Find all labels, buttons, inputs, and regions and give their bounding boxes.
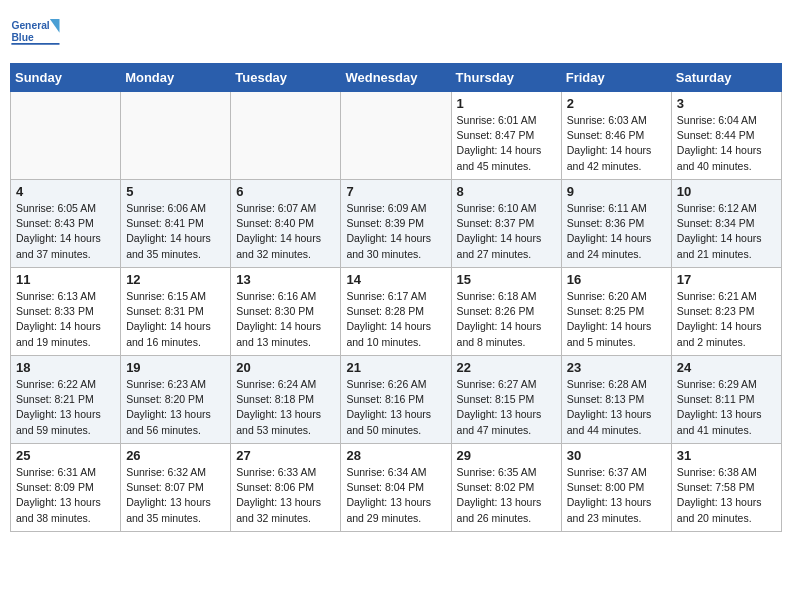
calendar-cell: 18Sunrise: 6:22 AM Sunset: 8:21 PM Dayli… bbox=[11, 356, 121, 444]
day-number: 4 bbox=[16, 184, 115, 199]
day-number: 30 bbox=[567, 448, 666, 463]
calendar-cell: 22Sunrise: 6:27 AM Sunset: 8:15 PM Dayli… bbox=[451, 356, 561, 444]
day-number: 5 bbox=[126, 184, 225, 199]
calendar-cell: 30Sunrise: 6:37 AM Sunset: 8:00 PM Dayli… bbox=[561, 444, 671, 532]
day-info: Sunrise: 6:27 AM Sunset: 8:15 PM Dayligh… bbox=[457, 377, 556, 438]
day-info: Sunrise: 6:20 AM Sunset: 8:25 PM Dayligh… bbox=[567, 289, 666, 350]
day-info: Sunrise: 6:37 AM Sunset: 8:00 PM Dayligh… bbox=[567, 465, 666, 526]
day-info: Sunrise: 6:35 AM Sunset: 8:02 PM Dayligh… bbox=[457, 465, 556, 526]
calendar-cell: 23Sunrise: 6:28 AM Sunset: 8:13 PM Dayli… bbox=[561, 356, 671, 444]
day-info: Sunrise: 6:03 AM Sunset: 8:46 PM Dayligh… bbox=[567, 113, 666, 174]
calendar-cell: 28Sunrise: 6:34 AM Sunset: 8:04 PM Dayli… bbox=[341, 444, 451, 532]
day-info: Sunrise: 6:15 AM Sunset: 8:31 PM Dayligh… bbox=[126, 289, 225, 350]
calendar-cell: 10Sunrise: 6:12 AM Sunset: 8:34 PM Dayli… bbox=[671, 180, 781, 268]
day-number: 1 bbox=[457, 96, 556, 111]
day-info: Sunrise: 6:28 AM Sunset: 8:13 PM Dayligh… bbox=[567, 377, 666, 438]
calendar-cell: 4Sunrise: 6:05 AM Sunset: 8:43 PM Daylig… bbox=[11, 180, 121, 268]
svg-marker-1 bbox=[50, 19, 60, 33]
calendar-cell: 5Sunrise: 6:06 AM Sunset: 8:41 PM Daylig… bbox=[121, 180, 231, 268]
day-number: 23 bbox=[567, 360, 666, 375]
calendar-cell: 6Sunrise: 6:07 AM Sunset: 8:40 PM Daylig… bbox=[231, 180, 341, 268]
calendar-cell bbox=[121, 92, 231, 180]
day-header-tuesday: Tuesday bbox=[231, 64, 341, 92]
calendar-cell: 12Sunrise: 6:15 AM Sunset: 8:31 PM Dayli… bbox=[121, 268, 231, 356]
day-info: Sunrise: 6:33 AM Sunset: 8:06 PM Dayligh… bbox=[236, 465, 335, 526]
day-number: 27 bbox=[236, 448, 335, 463]
calendar-cell: 13Sunrise: 6:16 AM Sunset: 8:30 PM Dayli… bbox=[231, 268, 341, 356]
day-info: Sunrise: 6:07 AM Sunset: 8:40 PM Dayligh… bbox=[236, 201, 335, 262]
calendar-cell: 16Sunrise: 6:20 AM Sunset: 8:25 PM Dayli… bbox=[561, 268, 671, 356]
day-number: 10 bbox=[677, 184, 776, 199]
calendar-cell: 21Sunrise: 6:26 AM Sunset: 8:16 PM Dayli… bbox=[341, 356, 451, 444]
calendar-week-row: 25Sunrise: 6:31 AM Sunset: 8:09 PM Dayli… bbox=[11, 444, 782, 532]
day-info: Sunrise: 6:26 AM Sunset: 8:16 PM Dayligh… bbox=[346, 377, 445, 438]
day-number: 19 bbox=[126, 360, 225, 375]
day-number: 6 bbox=[236, 184, 335, 199]
day-info: Sunrise: 6:29 AM Sunset: 8:11 PM Dayligh… bbox=[677, 377, 776, 438]
logo-svg: General Blue bbox=[10, 10, 65, 55]
calendar-cell: 15Sunrise: 6:18 AM Sunset: 8:26 PM Dayli… bbox=[451, 268, 561, 356]
day-info: Sunrise: 6:13 AM Sunset: 8:33 PM Dayligh… bbox=[16, 289, 115, 350]
day-number: 31 bbox=[677, 448, 776, 463]
calendar-table: SundayMondayTuesdayWednesdayThursdayFrid… bbox=[10, 63, 782, 532]
day-number: 11 bbox=[16, 272, 115, 287]
day-header-thursday: Thursday bbox=[451, 64, 561, 92]
day-number: 12 bbox=[126, 272, 225, 287]
day-number: 21 bbox=[346, 360, 445, 375]
day-number: 2 bbox=[567, 96, 666, 111]
day-number: 22 bbox=[457, 360, 556, 375]
calendar-cell: 31Sunrise: 6:38 AM Sunset: 7:58 PM Dayli… bbox=[671, 444, 781, 532]
calendar-cell: 20Sunrise: 6:24 AM Sunset: 8:18 PM Dayli… bbox=[231, 356, 341, 444]
calendar-cell: 14Sunrise: 6:17 AM Sunset: 8:28 PM Dayli… bbox=[341, 268, 451, 356]
calendar-week-row: 4Sunrise: 6:05 AM Sunset: 8:43 PM Daylig… bbox=[11, 180, 782, 268]
day-number: 20 bbox=[236, 360, 335, 375]
day-info: Sunrise: 6:38 AM Sunset: 7:58 PM Dayligh… bbox=[677, 465, 776, 526]
calendar-cell: 2Sunrise: 6:03 AM Sunset: 8:46 PM Daylig… bbox=[561, 92, 671, 180]
day-number: 8 bbox=[457, 184, 556, 199]
day-info: Sunrise: 6:21 AM Sunset: 8:23 PM Dayligh… bbox=[677, 289, 776, 350]
day-info: Sunrise: 6:04 AM Sunset: 8:44 PM Dayligh… bbox=[677, 113, 776, 174]
day-header-friday: Friday bbox=[561, 64, 671, 92]
day-info: Sunrise: 6:32 AM Sunset: 8:07 PM Dayligh… bbox=[126, 465, 225, 526]
day-info: Sunrise: 6:23 AM Sunset: 8:20 PM Dayligh… bbox=[126, 377, 225, 438]
day-info: Sunrise: 6:34 AM Sunset: 8:04 PM Dayligh… bbox=[346, 465, 445, 526]
day-info: Sunrise: 6:12 AM Sunset: 8:34 PM Dayligh… bbox=[677, 201, 776, 262]
svg-text:Blue: Blue bbox=[11, 32, 34, 43]
calendar-cell bbox=[11, 92, 121, 180]
day-info: Sunrise: 6:22 AM Sunset: 8:21 PM Dayligh… bbox=[16, 377, 115, 438]
day-number: 28 bbox=[346, 448, 445, 463]
day-number: 24 bbox=[677, 360, 776, 375]
day-header-sunday: Sunday bbox=[11, 64, 121, 92]
day-info: Sunrise: 6:05 AM Sunset: 8:43 PM Dayligh… bbox=[16, 201, 115, 262]
day-info: Sunrise: 6:16 AM Sunset: 8:30 PM Dayligh… bbox=[236, 289, 335, 350]
page-header: General Blue bbox=[10, 10, 782, 55]
calendar-cell: 11Sunrise: 6:13 AM Sunset: 8:33 PM Dayli… bbox=[11, 268, 121, 356]
svg-text:General: General bbox=[11, 20, 49, 31]
calendar-cell: 25Sunrise: 6:31 AM Sunset: 8:09 PM Dayli… bbox=[11, 444, 121, 532]
calendar-cell bbox=[231, 92, 341, 180]
day-info: Sunrise: 6:31 AM Sunset: 8:09 PM Dayligh… bbox=[16, 465, 115, 526]
calendar-cell: 8Sunrise: 6:10 AM Sunset: 8:37 PM Daylig… bbox=[451, 180, 561, 268]
day-number: 14 bbox=[346, 272, 445, 287]
day-info: Sunrise: 6:11 AM Sunset: 8:36 PM Dayligh… bbox=[567, 201, 666, 262]
calendar-week-row: 1Sunrise: 6:01 AM Sunset: 8:47 PM Daylig… bbox=[11, 92, 782, 180]
calendar-cell: 9Sunrise: 6:11 AM Sunset: 8:36 PM Daylig… bbox=[561, 180, 671, 268]
day-info: Sunrise: 6:18 AM Sunset: 8:26 PM Dayligh… bbox=[457, 289, 556, 350]
day-info: Sunrise: 6:10 AM Sunset: 8:37 PM Dayligh… bbox=[457, 201, 556, 262]
day-header-wednesday: Wednesday bbox=[341, 64, 451, 92]
day-header-monday: Monday bbox=[121, 64, 231, 92]
day-number: 16 bbox=[567, 272, 666, 287]
calendar-cell: 29Sunrise: 6:35 AM Sunset: 8:02 PM Dayli… bbox=[451, 444, 561, 532]
calendar-cell: 19Sunrise: 6:23 AM Sunset: 8:20 PM Dayli… bbox=[121, 356, 231, 444]
calendar-header-row: SundayMondayTuesdayWednesdayThursdayFrid… bbox=[11, 64, 782, 92]
calendar-cell: 7Sunrise: 6:09 AM Sunset: 8:39 PM Daylig… bbox=[341, 180, 451, 268]
day-info: Sunrise: 6:06 AM Sunset: 8:41 PM Dayligh… bbox=[126, 201, 225, 262]
logo: General Blue bbox=[10, 10, 65, 55]
day-info: Sunrise: 6:17 AM Sunset: 8:28 PM Dayligh… bbox=[346, 289, 445, 350]
calendar-cell: 17Sunrise: 6:21 AM Sunset: 8:23 PM Dayli… bbox=[671, 268, 781, 356]
calendar-week-row: 18Sunrise: 6:22 AM Sunset: 8:21 PM Dayli… bbox=[11, 356, 782, 444]
day-number: 3 bbox=[677, 96, 776, 111]
day-info: Sunrise: 6:09 AM Sunset: 8:39 PM Dayligh… bbox=[346, 201, 445, 262]
calendar-cell: 24Sunrise: 6:29 AM Sunset: 8:11 PM Dayli… bbox=[671, 356, 781, 444]
day-number: 26 bbox=[126, 448, 225, 463]
